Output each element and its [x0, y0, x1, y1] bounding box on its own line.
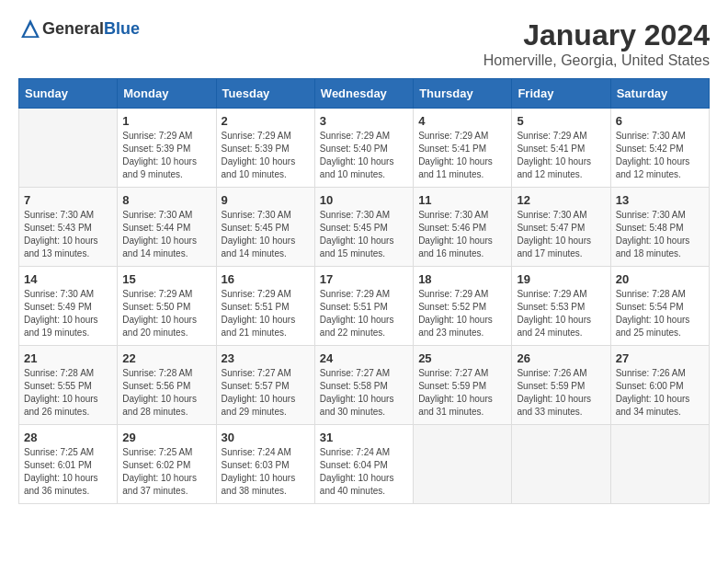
day-number: 1: [122, 114, 210, 128]
calendar-cell: [610, 425, 709, 504]
calendar-cell: 21Sunrise: 7:28 AMSunset: 5:55 PMDayligh…: [19, 346, 118, 425]
day-number: 20: [616, 272, 704, 286]
day-info: Sunrise: 7:24 AMSunset: 6:04 PMDaylight:…: [320, 446, 408, 498]
day-number: 31: [320, 431, 408, 444]
calendar-cell: [512, 425, 610, 504]
day-number: 10: [320, 193, 408, 207]
day-number: 15: [122, 272, 210, 286]
day-info: Sunrise: 7:29 AMSunset: 5:53 PMDaylight:…: [517, 288, 605, 339]
day-number: 27: [616, 351, 704, 365]
calendar-table: SundayMondayTuesdayWednesdayThursdayFrid…: [18, 78, 710, 504]
day-number: 7: [24, 193, 112, 207]
calendar-cell: 23Sunrise: 7:27 AMSunset: 5:57 PMDayligh…: [216, 346, 314, 425]
day-info: Sunrise: 7:30 AMSunset: 5:45 PMDaylight:…: [222, 209, 310, 260]
day-number: 17: [320, 272, 408, 286]
day-info: Sunrise: 7:30 AMSunset: 5:48 PMDaylight:…: [616, 209, 704, 260]
calendar-cell: 16Sunrise: 7:29 AMSunset: 5:51 PMDayligh…: [216, 267, 314, 346]
day-number: 12: [517, 193, 605, 207]
logo-blue-text: Blue: [104, 19, 140, 38]
day-number: 4: [418, 114, 506, 128]
calendar-title: January 2024: [483, 18, 710, 52]
calendar-cell: 4Sunrise: 7:29 AMSunset: 5:41 PMDaylight…: [414, 109, 512, 188]
calendar-cell: [19, 109, 118, 188]
logo-general-text: General: [42, 19, 104, 38]
day-number: 23: [222, 351, 310, 365]
day-number: 28: [24, 431, 112, 444]
calendar-cell: 27Sunrise: 7:26 AMSunset: 6:00 PMDayligh…: [610, 346, 709, 425]
day-info: Sunrise: 7:29 AMSunset: 5:51 PMDaylight:…: [222, 288, 310, 339]
calendar-subtitle: Homerville, Georgia, United States: [483, 52, 710, 69]
day-info: Sunrise: 7:30 AMSunset: 5:46 PMDaylight:…: [418, 209, 506, 260]
day-number: 14: [24, 272, 112, 286]
calendar-cell: 29Sunrise: 7:25 AMSunset: 6:02 PMDayligh…: [118, 425, 216, 504]
calendar-cell: 24Sunrise: 7:27 AMSunset: 5:58 PMDayligh…: [314, 346, 413, 425]
day-info: Sunrise: 7:26 AMSunset: 5:59 PMDaylight:…: [517, 367, 605, 419]
title-area: January 2024 Homerville, Georgia, United…: [483, 18, 710, 69]
day-info: Sunrise: 7:29 AMSunset: 5:40 PMDaylight:…: [320, 130, 408, 181]
calendar-cell: 14Sunrise: 7:30 AMSunset: 5:49 PMDayligh…: [19, 267, 118, 346]
day-number: 2: [222, 114, 310, 128]
day-info: Sunrise: 7:29 AMSunset: 5:41 PMDaylight:…: [418, 130, 506, 181]
column-header-wednesday: Wednesday: [314, 79, 413, 109]
day-number: 3: [320, 114, 408, 128]
day-info: Sunrise: 7:24 AMSunset: 6:03 PMDaylight:…: [222, 446, 310, 498]
day-info: Sunrise: 7:29 AMSunset: 5:39 PMDaylight:…: [122, 130, 210, 181]
calendar-cell: 22Sunrise: 7:28 AMSunset: 5:56 PMDayligh…: [118, 346, 216, 425]
column-header-thursday: Thursday: [414, 79, 512, 109]
day-number: 26: [517, 351, 605, 365]
day-info: Sunrise: 7:27 AMSunset: 5:58 PMDaylight:…: [320, 367, 408, 419]
day-info: Sunrise: 7:29 AMSunset: 5:50 PMDaylight:…: [122, 288, 210, 339]
column-header-monday: Monday: [118, 79, 216, 109]
day-number: 18: [418, 272, 506, 286]
calendar-cell: 19Sunrise: 7:29 AMSunset: 5:53 PMDayligh…: [512, 267, 610, 346]
column-header-tuesday: Tuesday: [216, 79, 314, 109]
calendar-header-row: SundayMondayTuesdayWednesdayThursdayFrid…: [19, 79, 710, 109]
day-number: 21: [24, 351, 112, 365]
calendar-body: 1Sunrise: 7:29 AMSunset: 5:39 PMDaylight…: [19, 109, 710, 504]
day-info: Sunrise: 7:28 AMSunset: 5:55 PMDaylight:…: [24, 367, 112, 419]
calendar-cell: 5Sunrise: 7:29 AMSunset: 5:41 PMDaylight…: [512, 109, 610, 188]
day-info: Sunrise: 7:27 AMSunset: 5:59 PMDaylight:…: [418, 367, 506, 419]
calendar-cell: 9Sunrise: 7:30 AMSunset: 5:45 PMDaylight…: [216, 188, 314, 267]
day-info: Sunrise: 7:30 AMSunset: 5:44 PMDaylight:…: [122, 209, 210, 260]
day-number: 6: [616, 114, 704, 128]
day-number: 25: [418, 351, 506, 365]
day-number: 30: [222, 431, 310, 444]
day-info: Sunrise: 7:30 AMSunset: 5:45 PMDaylight:…: [320, 209, 408, 260]
day-number: 29: [122, 431, 210, 444]
day-number: 13: [616, 193, 704, 207]
day-info: Sunrise: 7:30 AMSunset: 5:47 PMDaylight:…: [517, 209, 605, 260]
calendar-cell: 12Sunrise: 7:30 AMSunset: 5:47 PMDayligh…: [512, 188, 610, 267]
calendar-cell: 20Sunrise: 7:28 AMSunset: 5:54 PMDayligh…: [610, 267, 709, 346]
day-number: 11: [418, 193, 506, 207]
calendar-cell: 26Sunrise: 7:26 AMSunset: 5:59 PMDayligh…: [512, 346, 610, 425]
calendar-week-5: 28Sunrise: 7:25 AMSunset: 6:01 PMDayligh…: [19, 425, 710, 504]
column-header-friday: Friday: [512, 79, 610, 109]
day-info: Sunrise: 7:28 AMSunset: 5:54 PMDaylight:…: [616, 288, 704, 339]
day-number: 24: [320, 351, 408, 365]
day-info: Sunrise: 7:29 AMSunset: 5:52 PMDaylight:…: [418, 288, 506, 339]
calendar-cell: 7Sunrise: 7:30 AMSunset: 5:43 PMDaylight…: [19, 188, 118, 267]
logo-icon: [20, 18, 40, 39]
calendar-week-4: 21Sunrise: 7:28 AMSunset: 5:55 PMDayligh…: [19, 346, 710, 425]
calendar-cell: [414, 425, 512, 504]
day-info: Sunrise: 7:25 AMSunset: 6:02 PMDaylight:…: [122, 446, 210, 498]
calendar-cell: 30Sunrise: 7:24 AMSunset: 6:03 PMDayligh…: [216, 425, 314, 504]
calendar-cell: 13Sunrise: 7:30 AMSunset: 5:48 PMDayligh…: [610, 188, 709, 267]
calendar-week-1: 1Sunrise: 7:29 AMSunset: 5:39 PMDaylight…: [19, 109, 710, 188]
day-info: Sunrise: 7:26 AMSunset: 6:00 PMDaylight:…: [616, 367, 704, 419]
day-info: Sunrise: 7:28 AMSunset: 5:56 PMDaylight:…: [122, 367, 210, 419]
day-number: 5: [517, 114, 605, 128]
calendar-cell: 28Sunrise: 7:25 AMSunset: 6:01 PMDayligh…: [19, 425, 118, 504]
header: GeneralBlue January 2024 Homerville, Geo…: [18, 18, 710, 69]
calendar-cell: 6Sunrise: 7:30 AMSunset: 5:42 PMDaylight…: [610, 109, 709, 188]
calendar-cell: 10Sunrise: 7:30 AMSunset: 5:45 PMDayligh…: [314, 188, 413, 267]
day-info: Sunrise: 7:30 AMSunset: 5:49 PMDaylight:…: [24, 288, 112, 339]
day-info: Sunrise: 7:27 AMSunset: 5:57 PMDaylight:…: [222, 367, 310, 419]
day-number: 19: [517, 272, 605, 286]
day-number: 16: [222, 272, 310, 286]
day-info: Sunrise: 7:30 AMSunset: 5:43 PMDaylight:…: [24, 209, 112, 260]
column-header-sunday: Sunday: [19, 79, 118, 109]
calendar-cell: 15Sunrise: 7:29 AMSunset: 5:50 PMDayligh…: [118, 267, 216, 346]
day-info: Sunrise: 7:30 AMSunset: 5:42 PMDaylight:…: [616, 130, 704, 181]
